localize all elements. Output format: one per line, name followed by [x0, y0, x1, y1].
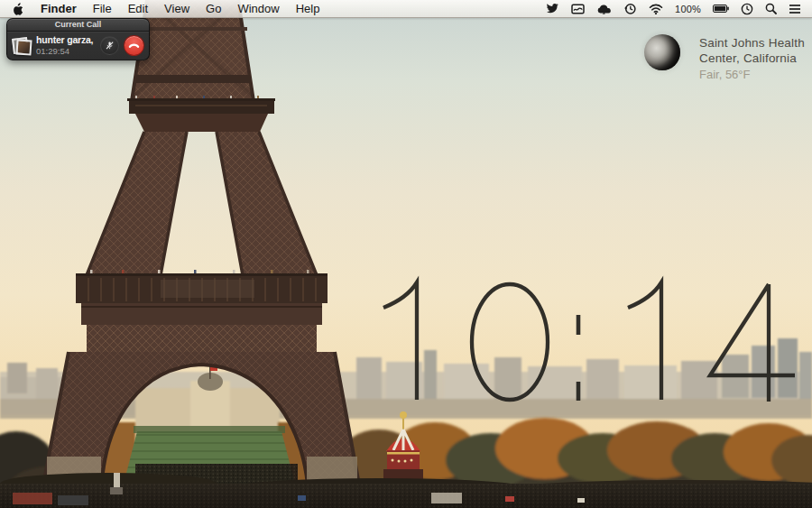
microphone-slash-icon — [105, 41, 115, 51]
caller-name: hunter garza, boodm… — [36, 34, 96, 45]
battery-icon[interactable] — [713, 0, 729, 17]
menu-bar: Finder File Edit View Go Window Help — [0, 0, 812, 18]
weather-location-line1: Saint Johns Health — [699, 35, 805, 51]
image-icon[interactable] — [571, 0, 585, 17]
menu-finder[interactable]: Finder — [32, 0, 85, 17]
apple-logo-icon — [13, 3, 23, 15]
battery-percentage: 100% — [675, 4, 701, 14]
menu-edit[interactable]: Edit — [120, 0, 156, 17]
mute-button[interactable] — [100, 36, 119, 55]
moon-icon — [644, 34, 680, 70]
end-call-button[interactable] — [124, 35, 144, 56]
current-call-widget[interactable]: Current Call hunter garza, boodm… 01:29:… — [6, 18, 150, 60]
caller-photo-stack-icon — [13, 36, 32, 55]
weather-widget: Saint Johns Health Center, California Fa… — [644, 34, 805, 82]
wifi-icon[interactable] — [649, 0, 663, 17]
menu-help[interactable]: Help — [288, 0, 328, 17]
weather-location-line2: Center, California — [699, 51, 805, 66]
menu-view[interactable]: View — [156, 0, 198, 17]
clock-icon[interactable] — [741, 0, 753, 17]
hang-up-phone-icon — [128, 42, 140, 49]
call-widget-title: Current Call — [7, 19, 149, 32]
apple-menu[interactable] — [0, 0, 32, 17]
menu-go[interactable]: Go — [198, 0, 229, 17]
cloud-upload-icon[interactable] — [596, 0, 612, 17]
notification-center-icon[interactable] — [789, 0, 801, 17]
menu-window[interactable]: Window — [229, 0, 287, 17]
spotlight-search-icon[interactable] — [765, 0, 777, 17]
call-duration: 01:29:54 — [36, 46, 96, 56]
time-machine-icon[interactable] — [623, 0, 637, 17]
menu-file[interactable]: File — [85, 0, 120, 17]
desktop: 10:14 Finder File Edit View Go Window He… — [0, 0, 812, 508]
weather-condition: Fair, 56°F — [699, 67, 805, 82]
twitter-icon[interactable] — [546, 0, 559, 17]
